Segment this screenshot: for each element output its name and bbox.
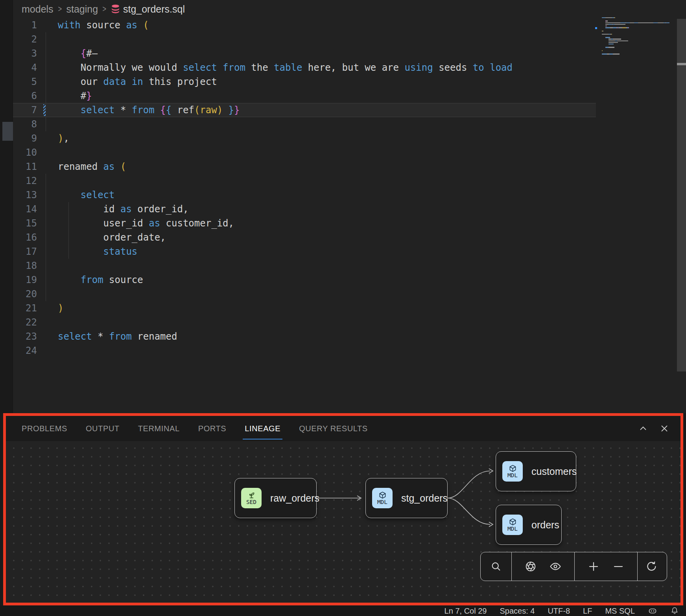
node-label: stg_orders xyxy=(401,493,448,504)
gutter-spacer xyxy=(43,274,47,286)
panel-tab-terminal[interactable]: TERMINAL xyxy=(138,416,180,441)
gutter-spacer xyxy=(43,302,47,314)
code-line-11[interactable]: 11renamed as ( xyxy=(13,160,596,174)
code-line-8[interactable]: 8 xyxy=(13,117,596,131)
lineage-node-orders[interactable]: MDLorders xyxy=(496,505,562,545)
line-number: 4 xyxy=(13,62,43,73)
node-label: orders xyxy=(531,519,559,531)
eye-icon[interactable] xyxy=(550,561,561,572)
minimap[interactable] xyxy=(602,17,673,57)
code-line-7[interactable]: 7 select * from {{ ref(raw) }} xyxy=(13,103,596,117)
gutter-spacer xyxy=(43,330,47,343)
badge-label: MDL xyxy=(377,499,387,505)
code-line-12[interactable]: 12 xyxy=(13,174,596,188)
badge-label: MDL xyxy=(507,526,518,532)
code-line-1[interactable]: 1with source as ( xyxy=(13,18,596,32)
breadcrumb: models > staging > stg_orders.sql xyxy=(13,0,185,18)
code-line-24[interactable]: 24 xyxy=(13,344,596,358)
gutter-spacer xyxy=(43,316,47,329)
line-number: 22 xyxy=(13,317,43,328)
code-line-13[interactable]: 13 select xyxy=(13,188,596,202)
code-text: with source as ( xyxy=(47,20,149,31)
panel-tab-problems[interactable]: PROBLEMS xyxy=(22,416,67,441)
gutter-spacer xyxy=(43,47,47,60)
gutter-spacer xyxy=(43,75,47,88)
code-line-21[interactable]: 21) xyxy=(13,301,596,315)
gutter-spacer xyxy=(43,132,47,145)
lineage-node-raw_orders[interactable]: SEDraw_orders xyxy=(234,478,317,518)
status-item-spaces-4[interactable]: Spaces: 4 xyxy=(500,607,535,616)
gutter-spacer xyxy=(43,189,47,201)
line-number: 10 xyxy=(13,147,43,158)
code-line-20[interactable]: 20 xyxy=(13,287,596,301)
code-line-18[interactable]: 18 xyxy=(13,259,596,273)
lineage-canvas[interactable]: SEDraw_ordersMDLstg_ordersMDLcustomersMD… xyxy=(6,441,681,603)
panel-tab-ports[interactable]: PORTS xyxy=(198,416,227,441)
code-line-5[interactable]: 5 our data in this project xyxy=(13,75,596,89)
line-number: 1 xyxy=(13,20,43,31)
code-line-4[interactable]: 4 Normally we would select from the tabl… xyxy=(13,61,596,75)
code-line-9[interactable]: 9), xyxy=(13,131,596,145)
status-item-ln-7-col-29[interactable]: Ln 7, Col 29 xyxy=(444,607,487,616)
line-number: 12 xyxy=(13,175,43,186)
gutter-spacer xyxy=(43,259,47,272)
gutter-spacer xyxy=(43,19,47,31)
chevron-right-icon: > xyxy=(103,4,107,14)
code-text: select * from {{ ref(raw) }} xyxy=(47,105,240,116)
code-line-2[interactable]: 2 xyxy=(13,32,596,46)
search-icon[interactable] xyxy=(491,561,502,572)
code-editor[interactable]: 1with source as (23 {#–4 Normally we wou… xyxy=(13,18,596,358)
code-line-16[interactable]: 16 order_date, xyxy=(13,230,596,245)
code-line-23[interactable]: 23select * from renamed xyxy=(13,329,596,344)
breadcrumb-file[interactable]: stg_orders.sql xyxy=(111,4,185,15)
lineage-node-customers[interactable]: MDLcustomers xyxy=(496,451,576,491)
gutter-spacer xyxy=(43,146,47,159)
panel-tab-output[interactable]: OUTPUT xyxy=(86,416,120,441)
badge-label: MDL xyxy=(507,472,518,478)
zoom-out-icon[interactable] xyxy=(612,561,624,572)
status-item-lf[interactable]: LF xyxy=(583,607,592,616)
close-icon[interactable] xyxy=(659,423,669,434)
refresh-icon[interactable] xyxy=(646,561,658,572)
indent-guide xyxy=(68,202,69,259)
code-text: our data in this project xyxy=(47,76,217,87)
panel-tab-lineage[interactable]: LINEAGE xyxy=(245,416,280,441)
breadcrumb-segment-models[interactable]: models xyxy=(22,4,53,15)
copilot-icon[interactable] xyxy=(648,606,657,616)
status-item-utf-8[interactable]: UTF-8 xyxy=(548,607,570,616)
panel-tab-query-results[interactable]: QUERY RESULTS xyxy=(299,416,368,441)
code-text: select xyxy=(47,189,115,200)
code-line-19[interactable]: 19 from source xyxy=(13,273,596,287)
scrollbar-track[interactable] xyxy=(677,19,686,371)
model-cube-icon xyxy=(509,464,517,473)
seed-badge: SED xyxy=(241,488,262,508)
bell-icon[interactable] xyxy=(670,607,679,615)
chevron-up-icon[interactable] xyxy=(638,423,648,434)
gutter-spacer xyxy=(43,118,47,131)
lineage-node-stg_orders[interactable]: MDLstg_orders xyxy=(365,478,448,518)
code-text: from source xyxy=(47,274,143,285)
code-line-6[interactable]: 6 #} xyxy=(13,89,596,103)
status-item-ms-sql[interactable]: MS SQL xyxy=(605,607,635,616)
node-label: customers xyxy=(531,466,577,477)
gutter-spacer xyxy=(43,203,47,215)
code-line-22[interactable]: 22 xyxy=(13,315,596,329)
code-line-14[interactable]: 14 id as order_id, xyxy=(13,202,596,216)
code-line-3[interactable]: 3 {#– xyxy=(13,46,596,61)
aperture-icon[interactable] xyxy=(525,561,537,572)
code-line-15[interactable]: 15 user_id as customer_id, xyxy=(13,216,596,230)
gutter-spacer xyxy=(43,160,47,173)
gutter-spacer xyxy=(43,217,47,230)
gutter-spacer xyxy=(43,33,47,46)
code-line-17[interactable]: 17 status xyxy=(13,245,596,259)
code-line-10[interactable]: 10 xyxy=(13,145,596,160)
zoom-in-icon[interactable] xyxy=(588,561,599,572)
model-cube-icon xyxy=(378,491,387,499)
indent-guide xyxy=(46,32,46,131)
line-number: 24 xyxy=(13,345,43,356)
minimap-modified-marker xyxy=(595,27,597,29)
gutter-spacer xyxy=(43,231,47,244)
breadcrumb-segment-staging[interactable]: staging xyxy=(66,4,98,15)
lineage-toolbar xyxy=(480,552,667,581)
editor-area[interactable]: models > staging > stg_orders.sql 1with … xyxy=(0,0,686,413)
